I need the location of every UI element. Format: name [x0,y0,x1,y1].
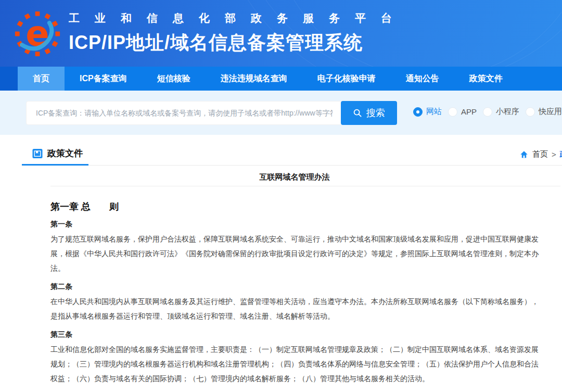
radio-miniprogram[interactable]: 小程序 [483,107,519,117]
radio-dot-icon[interactable] [413,107,423,117]
radio-website[interactable]: 网站 [413,107,442,117]
magnifier-icon [353,108,362,118]
clause: 第二条 在中华人民共和国境内从事互联网域名服务及其运行维护、监督管理等相关活动，… [50,282,539,323]
article: 互联网域名管理办法 第一章 总 则 第一条 为了规范互联网域名服务，保护用户合法… [22,166,539,392]
miit-gear-e-logo-icon: e [15,11,60,57]
search-button-label: 搜索 [366,107,385,119]
section-divider [22,165,562,166]
radio-dot-icon[interactable] [483,107,492,117]
system-title: ICP/IP地址/域名信息备案管理系统 [69,30,407,56]
radio-website-label: 网站 [426,107,442,117]
clause-text: 为了规范互联网域名服务，保护用户合法权益，保障互联网域名系统安全、可靠运行，推动… [50,232,539,275]
search-button[interactable]: 搜索 [341,101,397,125]
clause-text: 在中华人民共和国境内从事互联网域名服务及其运行维护、监督管理等相关活动，应当遵守… [50,294,539,323]
section-title: 政策文件 [47,147,83,159]
radio-dot-icon[interactable] [448,107,457,117]
policy-doc-icon [32,148,43,159]
nav-item-notices[interactable]: 通知公告 [391,67,454,91]
clause: 第一条 为了规范互联网域名服务，保护用户合法权益，保障互联网域名系统安全、可靠运… [50,219,539,275]
content-area: 政策文件 首页 > 政策文件 互联网域名管理办法 第一章 总 则 第一条 为了规… [0,135,562,392]
search-type-group: 网站 APP 小程序 快应用 [413,107,562,117]
radio-app[interactable]: APP [448,107,477,117]
search-section: 搜索 网站 APP 小程序 快应用 [0,91,562,135]
chapter-heading: 第一章 总 则 [50,201,539,213]
main-nav: 首页 ICP备案查询 短信核验 违法违规域名查询 电子化核验申请 通知公告 政策… [0,67,562,91]
nav-item-electronic-verify[interactable]: 电子化核验申请 [302,67,391,91]
clause-number: 第三条 [50,330,539,339]
radio-dot-icon[interactable] [526,107,535,117]
article-title: 互联网域名管理办法 [50,166,539,186]
radio-quickapp[interactable]: 快应用 [526,107,562,117]
section-active-underline [22,164,88,166]
nav-item-home[interactable]: 首页 [18,67,65,91]
clause-number: 第一条 [50,219,539,229]
nav-item-illegal-domain-query[interactable]: 违法违规域名查询 [206,67,302,91]
radio-miniprogram-label: 小程序 [496,107,519,117]
nav-item-policy-docs[interactable]: 政策文件 [454,67,518,91]
breadcrumb: 首页 > 政策文件 [519,149,562,159]
clause-text: 工业和信息化部对全国的域名服务实施监督管理，主要职责是：（一）制定互联网域名管理… [50,342,539,386]
nav-item-sms-verify[interactable]: 短信核验 [142,67,206,91]
nav-item-icp-query[interactable]: ICP备案查询 [65,67,142,91]
article-title-divider [50,186,560,186]
platform-title: 工业和信息化部政务服务平台 [69,11,407,26]
radio-quickapp-label: 快应用 [539,107,562,117]
home-icon [519,150,529,159]
breadcrumb-current[interactable]: 政策文件 [560,149,562,159]
breadcrumb-separator: > [552,150,556,159]
clause-number: 第二条 [50,282,539,291]
clause: 第三条 工业和信息化部对全国的域名服务实施监督管理，主要职责是：（一）制定互联网… [50,330,539,386]
icp-search-input[interactable] [26,101,342,125]
breadcrumb-home-link[interactable]: 首页 [532,149,548,159]
radio-app-label: APP [461,107,477,116]
site-header: e 工业和信息化部政务服务平台 ICP/IP地址/域名信息备案管理系统 [0,0,562,67]
